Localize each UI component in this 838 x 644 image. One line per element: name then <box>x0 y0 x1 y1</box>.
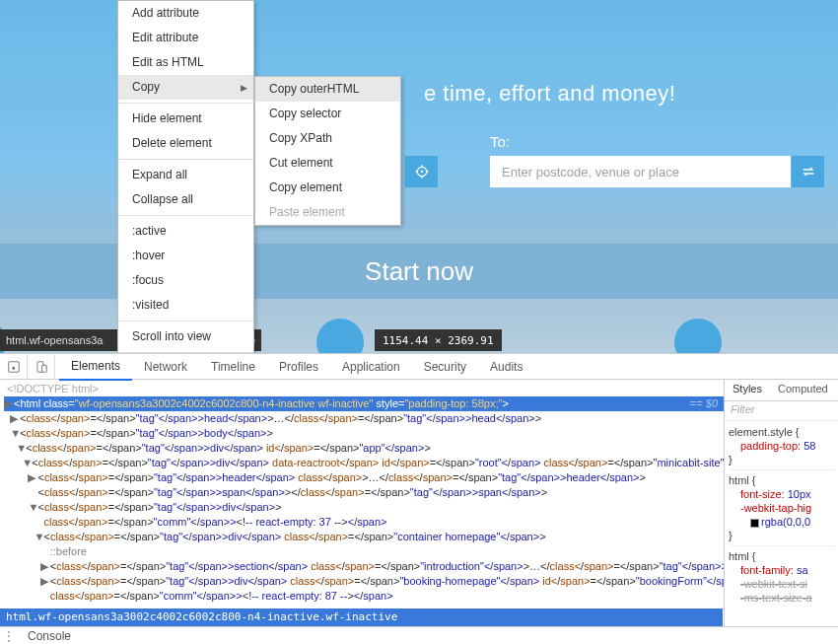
styles-subtab[interactable]: Computed <box>770 380 836 400</box>
svg-rect-8 <box>41 365 46 372</box>
menu-item[interactable]: Expand all <box>118 163 253 187</box>
menu-item[interactable]: :focus <box>118 268 253 293</box>
menu-item[interactable]: Copy outerHTML <box>255 77 400 102</box>
menu-item[interactable]: Copy element <box>255 176 400 200</box>
styles-filter[interactable]: Filter <box>725 401 838 421</box>
menu-item[interactable]: :hover <box>118 244 253 268</box>
devtools-tab[interactable]: Application <box>330 354 412 380</box>
devtools-panel: ElementsNetworkTimelineProfilesApplicati… <box>0 353 838 644</box>
svg-point-1 <box>421 171 422 172</box>
element-dimensions: 1154.44 × 2369.91 <box>375 329 502 351</box>
menu-item: Paste element <box>255 200 400 225</box>
devtools-tab[interactable]: Profiles <box>267 354 330 380</box>
styles-pane: StylesComputedE Filter element.style {pa… <box>724 380 838 626</box>
drawer: ⋮ Console <box>0 626 838 644</box>
hero-tagline: e time, effort and money! <box>424 81 675 107</box>
menu-item[interactable]: Add attribute <box>118 1 253 26</box>
devtools-tab[interactable]: Elements <box>59 353 132 381</box>
to-input-row <box>490 156 824 187</box>
menu-item[interactable]: :active <box>118 219 253 244</box>
devtools-tab[interactable]: Security <box>412 354 478 380</box>
menu-item[interactable]: Copy selector <box>255 102 400 126</box>
device-icon[interactable] <box>28 354 55 380</box>
menu-item[interactable]: Edit as HTML <box>118 50 253 75</box>
devtools-tab[interactable]: Audits <box>478 354 534 380</box>
swap-button[interactable] <box>791 156 824 187</box>
context-menu-primary: Add attributeEdit attributeEdit as HTMLC… <box>117 0 254 382</box>
devtools-tabbar: ElementsNetworkTimelineProfilesApplicati… <box>0 354 838 380</box>
menu-item[interactable]: :visited <box>118 293 253 318</box>
menu-item[interactable]: Cut element <box>255 151 400 176</box>
locate-button[interactable] <box>404 156 438 187</box>
menu-item[interactable]: Collapse all <box>118 187 253 212</box>
menu-item[interactable]: Scroll into view <box>118 324 253 349</box>
context-menu-copy-submenu: Copy outerHTMLCopy selectorCopy XPathCut… <box>254 76 401 226</box>
to-label: To: <box>490 133 510 150</box>
menu-item[interactable]: Delete element <box>118 131 253 156</box>
styles-tabbar: StylesComputedE <box>725 380 838 401</box>
devtools-tab[interactable]: Network <box>132 354 199 380</box>
menu-item[interactable]: Copy XPath <box>255 126 400 151</box>
from-input-row <box>404 156 473 187</box>
console-tab[interactable]: Console <box>18 629 81 643</box>
menu-item[interactable]: Hide element <box>118 107 253 131</box>
devtools-tab[interactable]: Timeline <box>199 354 267 380</box>
menu-item[interactable]: Edit attribute <box>118 26 253 50</box>
styles-subtab[interactable]: Styles <box>725 380 770 400</box>
elements-tree[interactable]: <!DOCTYPE html>▶<html class="wf-opensans… <box>0 380 724 626</box>
drawer-menu-icon[interactable]: ⋮ <box>0 629 18 643</box>
styles-rules[interactable]: element.style {padding-top: 58}html {fon… <box>725 421 838 626</box>
dom-breadcrumb[interactable]: html.wf-opensans3a3002c4002c6002c800-n4-… <box>0 608 723 626</box>
menu-item[interactable]: Copy▶ <box>118 75 253 100</box>
to-input[interactable] <box>490 156 791 187</box>
inspect-icon[interactable] <box>0 354 28 380</box>
